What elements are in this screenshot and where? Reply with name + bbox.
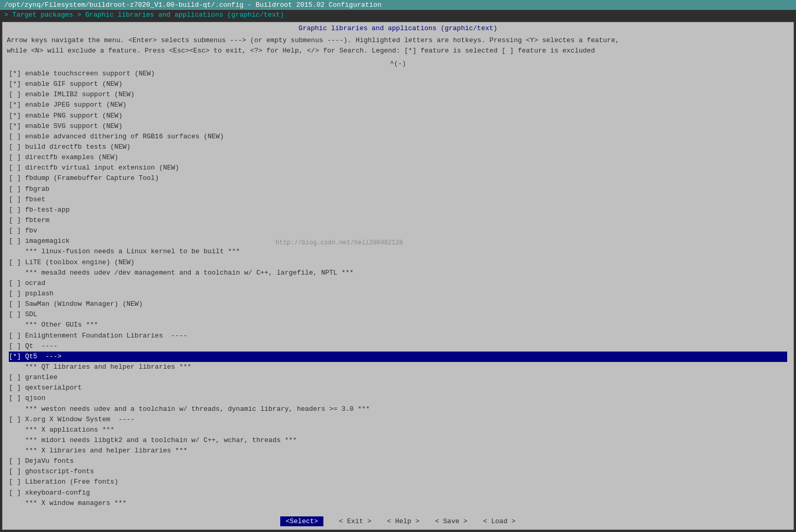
menu-item-m8[interactable]: [ ] build directfb tests (NEW) xyxy=(9,142,787,152)
menu-item-m24[interactable]: [ ] SDL xyxy=(9,309,787,320)
menu-item-m26[interactable]: [ ] Enlightenment Foundation Libraries -… xyxy=(9,331,787,341)
menu-item-m38[interactable]: [ ] DejaVu fonts xyxy=(9,456,787,466)
menu-item-m39[interactable]: [ ] ghostscript-fonts xyxy=(9,466,787,477)
help-line1: Arrow keys navigate the menu. <Enter> se… xyxy=(7,35,789,46)
menu-item-m22[interactable]: [ ] psplash xyxy=(9,289,787,299)
bracket-m17: [ ] imagemagick xyxy=(9,237,70,245)
menu-item-m27[interactable]: [ ] Qt ---- xyxy=(9,341,787,352)
bracket-m5: [*] enable PNG support (NEW) xyxy=(9,112,122,120)
menu-item-m9[interactable]: [ ] directfb examples (NEW) xyxy=(9,152,787,163)
menu-item-m7[interactable]: [ ] enable advanced dithering of RGB16 s… xyxy=(9,132,787,142)
bracket-m38: [ ] DejaVu fonts xyxy=(9,457,74,465)
btn-select[interactable]: <Select> xyxy=(280,516,323,526)
nav-indicator: ^(-) xyxy=(9,60,787,68)
title-bar: /opt/zynq/Filesystem/buildroot-z7020_V1.… xyxy=(0,0,796,10)
bracket-m30: [ ] grantlee xyxy=(9,373,58,381)
bracket-m32: [ ] qjson xyxy=(9,394,45,402)
bracket-m31: [ ] qextserialport xyxy=(9,384,82,392)
page-header-text: Graphic libraries and applications (grap… xyxy=(298,24,497,32)
bracket-m21: [ ] ocrad xyxy=(9,279,45,287)
menu-item-m20: *** mesa3d needs udev /dev management an… xyxy=(9,268,787,278)
menu-item-m16[interactable]: [ ] fbv xyxy=(9,226,787,236)
menu-item-m17[interactable]: [ ] imagemagick xyxy=(9,236,787,246)
menu-item-m23[interactable]: [ ] SawMan (Window Manager) (NEW) xyxy=(9,299,787,309)
bracket-m6: [*] enable SVG support (NEW) xyxy=(9,122,122,130)
bracket-m9: [ ] directfb examples (NEW) xyxy=(9,153,119,161)
bracket-m3: [ ] enable IMLIB2 support (NEW) xyxy=(9,90,135,98)
btn-label-exit[interactable]: < Exit > xyxy=(339,517,371,525)
bracket-m10: [ ] directfb virtual input extension (NE… xyxy=(9,164,179,172)
bracket-m41: [ ] xkeyboard-config xyxy=(9,489,90,497)
bracket-m22: [ ] psplash xyxy=(9,290,54,297)
bracket-m24: [ ] SDL xyxy=(9,310,37,318)
btn-label-save[interactable]: < Save > xyxy=(435,517,467,525)
bracket-m11: [ ] fbdump (Framebuffer Capture Tool) xyxy=(9,174,159,182)
help-line2: while <N> will exclude a feature. Press … xyxy=(7,46,789,56)
bracket-m2: [*] enable GIF support (NEW) xyxy=(9,80,122,88)
menu-item-m11[interactable]: [ ] fbdump (Framebuffer Capture Tool) xyxy=(9,173,787,184)
content-area[interactable]: ^(-) [*] enable touchscreen support (NEW… xyxy=(3,58,793,513)
menu-item-m42: *** X window managers *** xyxy=(9,498,787,509)
bracket-m15: [ ] fbterm xyxy=(9,216,49,224)
bracket-m8: [ ] build directfb tests (NEW) xyxy=(9,143,131,151)
menu-item-m10[interactable]: [ ] directfb virtual input extension (NE… xyxy=(9,163,787,173)
bracket-m7: [ ] enable advanced dithering of RGB16 s… xyxy=(9,133,224,140)
menu-item-m34[interactable]: [ ] X.org X Window System ---- xyxy=(9,414,787,425)
bracket-m39: [ ] ghostscript-fonts xyxy=(9,468,94,475)
bracket-m27: [ ] Qt ---- xyxy=(9,342,58,350)
menu-item-m31[interactable]: [ ] qextserialport xyxy=(9,383,787,393)
bracket-m28: [*] Qt5 ---> xyxy=(9,353,61,360)
menu-item-m33: *** weston needs udev and a toolchain w/… xyxy=(9,404,787,414)
bracket-m26: [ ] Enlightenment Foundation Libraries -… xyxy=(9,332,187,340)
menu-item-m32[interactable]: [ ] qjson xyxy=(9,393,787,404)
menu-item-m35: *** X applications *** xyxy=(9,425,787,435)
bracket-m13: [ ] fbset xyxy=(9,196,45,203)
bracket-m19: [ ] LiTE (toolbox engine) (NEW) xyxy=(9,258,135,266)
breadcrumb-text: > Target packages > Graphic libraries an… xyxy=(4,11,284,19)
menu-item-m6[interactable]: [*] enable SVG support (NEW) xyxy=(9,121,787,132)
menu-item-m15[interactable]: [ ] fbterm xyxy=(9,215,787,226)
breadcrumb: > Target packages > Graphic libraries an… xyxy=(0,10,796,20)
menu-item-m29: *** QT libraries and helper libraries **… xyxy=(9,362,787,372)
bracket-m23: [ ] SawMan (Window Manager) (NEW) xyxy=(9,300,142,308)
bracket-m1: [*] enable touchscreen support (NEW) xyxy=(9,70,155,77)
menu-item-m36: *** midori needs libgtk2 and a toolchain… xyxy=(9,435,787,446)
menu-item-m37: *** X libraries and helper libraries *** xyxy=(9,446,787,456)
menu-item-m4[interactable]: [*] enable JPEG support (NEW) xyxy=(9,100,787,110)
menu-item-m1[interactable]: [*] enable touchscreen support (NEW) xyxy=(9,69,787,79)
menu-item-m21[interactable]: [ ] ocrad xyxy=(9,278,787,289)
menu-item-m28[interactable]: [*] Qt5 ---> xyxy=(9,352,787,362)
page-header: Graphic libraries and applications (grap… xyxy=(3,22,793,33)
menu-item-m3[interactable]: [ ] enable IMLIB2 support (NEW) xyxy=(9,89,787,100)
bracket-m14: [ ] fb-test-app xyxy=(9,206,70,214)
bottom-bar: <Select>< Exit >< Help >< Save >< Load > xyxy=(3,513,793,529)
menu-item-m2[interactable]: [*] enable GIF support (NEW) xyxy=(9,79,787,89)
btn-label-load[interactable]: < Load > xyxy=(483,517,515,525)
title-text: /opt/zynq/Filesystem/buildroot-z7020_V1.… xyxy=(4,1,382,9)
bracket-m34: [ ] X.org X Window System ---- xyxy=(9,416,135,423)
menu-item-m12[interactable]: [ ] fbgrab xyxy=(9,184,787,194)
btn-label-help[interactable]: < Help > xyxy=(387,517,419,525)
menu-item-m19[interactable]: [ ] LiTE (toolbox engine) (NEW) xyxy=(9,257,787,268)
menu-list: [*] enable touchscreen support (NEW)[*] … xyxy=(9,69,787,509)
bracket-m12: [ ] fbgrab xyxy=(9,185,49,193)
menu-item-m40[interactable]: [ ] Liberation (Free fonts) xyxy=(9,477,787,487)
bracket-m40: [ ] Liberation (Free fonts) xyxy=(9,478,119,486)
menu-item-m5[interactable]: [*] enable PNG support (NEW) xyxy=(9,111,787,121)
terminal: /opt/zynq/Filesystem/buildroot-z7020_V1.… xyxy=(0,0,796,532)
main-area: Graphic libraries and applications (grap… xyxy=(2,22,794,530)
menu-item-m25: *** Other GUIs *** xyxy=(9,320,787,330)
bracket-m16: [ ] fbv xyxy=(9,227,37,235)
menu-item-m18: *** linux-fusion needs a Linux kernel to… xyxy=(9,246,787,257)
bracket-m4: [*] enable JPEG support (NEW) xyxy=(9,101,126,109)
menu-item-m30[interactable]: [ ] grantlee xyxy=(9,372,787,383)
help-text: Arrow keys navigate the menu. <Enter> se… xyxy=(3,33,793,58)
menu-item-m14[interactable]: [ ] fb-test-app xyxy=(9,205,787,215)
menu-item-m13[interactable]: [ ] fbset xyxy=(9,194,787,205)
menu-item-m41[interactable]: [ ] xkeyboard-config xyxy=(9,488,787,498)
